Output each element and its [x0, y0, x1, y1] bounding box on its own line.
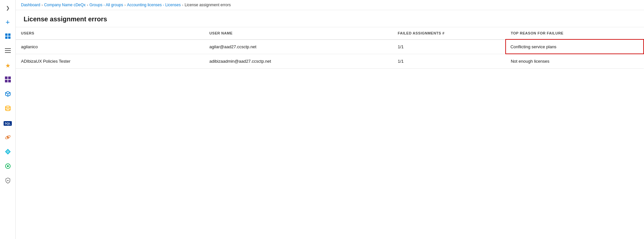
svg-rect-3	[8, 36, 10, 39]
cell-reason: Conflicting service plans	[506, 39, 644, 54]
svg-point-19	[7, 136, 9, 138]
cylinder-icon	[5, 105, 11, 113]
svg-point-18	[5, 109, 10, 110]
sidebar-item-diamond[interactable]	[1, 146, 14, 159]
sidebar-item-monitor[interactable]	[1, 160, 14, 173]
sidebar-item-storage[interactable]	[1, 102, 14, 116]
table-row[interactable]: agilanicoagilar@aad27.ccsctp.net1/1Confl…	[16, 39, 644, 54]
orbit-icon	[5, 134, 11, 141]
col-header-users: USERS	[16, 27, 204, 39]
box-icon	[5, 91, 11, 98]
list-icon	[5, 48, 11, 54]
cell-reason: Not enough licenses	[506, 54, 644, 69]
svg-rect-4	[5, 48, 11, 49]
svg-rect-8	[8, 76, 11, 79]
shield-icon	[5, 178, 10, 185]
sidebar-item-dashboard[interactable]	[1, 30, 14, 43]
svg-rect-0	[5, 33, 8, 36]
cell-users: ADIbizaUX Policies Tester	[16, 54, 204, 69]
cell-username: adibizaadmin@aad27.ccsctp.net	[204, 54, 393, 69]
svg-rect-2	[5, 36, 8, 39]
svg-point-15	[5, 106, 10, 107]
sql-icon: SQL	[4, 121, 12, 126]
breadcrumb-groups[interactable]: Groups - All groups	[90, 3, 123, 7]
sidebar: ❯ + ★ SQL	[0, 0, 16, 239]
col-header-reason: TOP REASON FOR FAILURE	[506, 27, 644, 39]
license-errors-table: USERS USER NAME FAILED ASSIGNMENTS # TOP…	[16, 27, 644, 69]
apps-icon	[5, 76, 11, 84]
cell-failed: 1/1	[392, 39, 506, 54]
svg-marker-22	[5, 149, 10, 154]
breadcrumb-sep-1: ›	[42, 3, 43, 7]
table-header-row: USERS USER NAME FAILED ASSIGNMENTS # TOP…	[16, 27, 644, 39]
breadcrumb-sep-3: ›	[125, 3, 126, 7]
diamond-icon	[5, 149, 11, 156]
svg-line-14	[8, 93, 10, 94]
breadcrumb-current: License assignment errors	[185, 3, 231, 7]
page-title: License assignment errors	[24, 15, 636, 23]
breadcrumb-licenses[interactable]: Accounting licenses - Licenses	[127, 3, 181, 7]
breadcrumb-dashboard[interactable]: Dashboard	[21, 3, 40, 7]
main-content: Dashboard › Company Name cDeQx › Groups …	[16, 0, 644, 239]
sidebar-item-box[interactable]	[1, 88, 14, 101]
cell-username: agilar@aad27.ccsctp.net	[204, 39, 393, 54]
breadcrumb-company[interactable]: Company Name cDeQx	[44, 3, 86, 7]
page-header: License assignment errors	[16, 10, 644, 27]
breadcrumb-sep-2: ›	[87, 3, 88, 7]
breadcrumb: Dashboard › Company Name cDeQx › Groups …	[16, 0, 644, 10]
circle-dot-icon	[5, 163, 11, 170]
svg-line-13	[5, 93, 8, 94]
svg-rect-5	[5, 50, 11, 51]
cell-failed: 1/1	[392, 54, 506, 69]
svg-rect-7	[5, 76, 8, 79]
col-header-username: USER NAME	[204, 27, 393, 39]
sidebar-item-security[interactable]	[1, 175, 14, 188]
sidebar-item-orbit[interactable]	[1, 131, 14, 144]
svg-rect-9	[5, 80, 8, 82]
sidebar-item-list[interactable]	[1, 45, 14, 58]
svg-point-24	[7, 165, 9, 167]
svg-rect-6	[5, 52, 11, 53]
sidebar-item-apps[interactable]	[1, 74, 14, 87]
sidebar-collapse-button[interactable]: ❯	[1, 3, 14, 13]
star-icon: ★	[5, 62, 10, 69]
plus-icon: +	[6, 19, 10, 26]
table-row[interactable]: ADIbizaUX Policies Testeradibizaadmin@aa…	[16, 54, 644, 69]
svg-rect-10	[8, 80, 11, 82]
cell-users: agilanico	[16, 39, 204, 54]
sidebar-item-add[interactable]: +	[1, 16, 14, 29]
svg-point-25	[7, 180, 9, 181]
col-header-failed: FAILED ASSIGNMENTS #	[392, 27, 506, 39]
sidebar-item-sql[interactable]: SQL	[1, 117, 14, 130]
table-container: USERS USER NAME FAILED ASSIGNMENTS # TOP…	[16, 27, 644, 239]
breadcrumb-sep-4: ›	[182, 3, 183, 7]
sidebar-item-favorites[interactable]: ★	[1, 59, 14, 72]
dashboard-icon	[5, 33, 11, 40]
svg-rect-1	[8, 33, 10, 36]
chevron-left-icon: ❯	[6, 5, 10, 11]
